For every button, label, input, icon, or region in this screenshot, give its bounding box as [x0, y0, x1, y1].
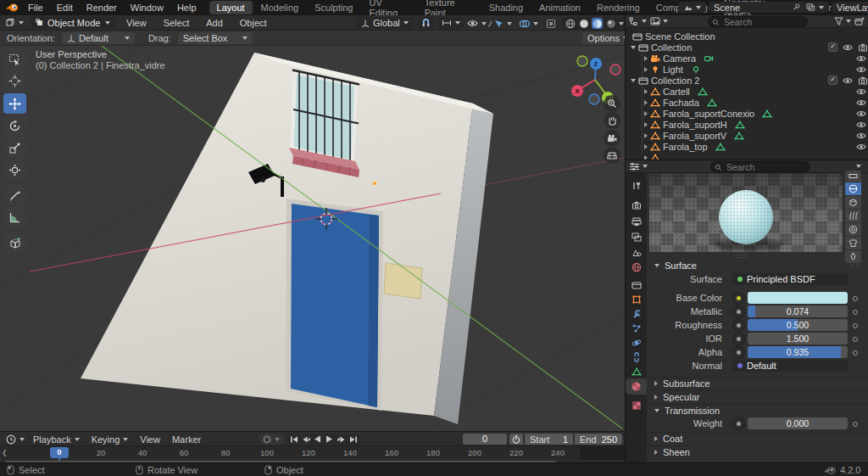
region-expand-icon[interactable]: ❮ — [2, 449, 8, 456]
outliner-row-fachada[interactable]: Fachada — [626, 97, 868, 108]
tab-world[interactable] — [626, 259, 647, 275]
surface-panel-header[interactable]: Surface :::: — [646, 259, 868, 272]
preview-sphere-button[interactable] — [845, 182, 861, 195]
play-button[interactable] — [324, 434, 335, 445]
properties-search-input[interactable] — [710, 161, 810, 172]
preview-cube-button[interactable] — [845, 196, 861, 209]
use-preview-range-toggle[interactable] — [509, 434, 523, 445]
tool-measure[interactable] — [3, 207, 26, 227]
base-color-swatch[interactable] — [748, 292, 848, 304]
workspace-tab-shading[interactable]: Shading — [481, 1, 531, 14]
metallic-socket[interactable] — [732, 305, 745, 318]
snap-toggle[interactable] — [418, 17, 434, 29]
panel-drag-grip[interactable]: :::: — [850, 261, 861, 269]
tab-material[interactable] — [626, 378, 647, 395]
outliner-editor-type-button[interactable] — [629, 17, 647, 26]
workspace-tab-modeling[interactable]: Modeling — [253, 1, 307, 14]
jump-next-keyframe-button[interactable] — [336, 434, 347, 445]
outliner-filter-button[interactable] — [834, 17, 851, 25]
tab-tool[interactable] — [626, 177, 647, 193]
jump-to-start-button[interactable] — [288, 434, 299, 445]
window-object[interactable] — [289, 70, 359, 178]
hide-eye-icon[interactable] — [843, 43, 853, 52]
pin-icon[interactable] — [793, 3, 800, 11]
tab-object-data[interactable] — [626, 363, 647, 379]
menu-file[interactable]: File — [22, 3, 49, 13]
keyframe-dot[interactable] — [853, 422, 858, 427]
preview-cloth-button[interactable] — [845, 237, 861, 249]
outliner-row-farola-suportconexio[interactable]: Farola_suportConexio — [626, 108, 868, 119]
tool-add-cube[interactable] — [3, 232, 26, 253]
tab-output[interactable] — [626, 214, 647, 230]
playhead[interactable]: 0 — [50, 447, 69, 458]
base-color-socket[interactable] — [732, 292, 745, 305]
preview-hair-button[interactable] — [845, 210, 861, 222]
viewport-3d[interactable]: User Perspective (0) Collection 2 | Fine… — [0, 46, 625, 431]
keyframe-dot[interactable] — [853, 296, 858, 301]
collection-checkbox[interactable]: ✓ — [828, 76, 837, 85]
ior-slider[interactable]: 1.500 — [748, 333, 848, 344]
material-preview[interactable] — [649, 174, 843, 252]
tool-annotate[interactable] — [3, 185, 26, 205]
metallic-slider[interactable]: 0.074 — [748, 305, 848, 317]
outliner-row-light[interactable]: Light — [626, 64, 868, 75]
tool-scale[interactable] — [3, 137, 26, 158]
surface-shader-dropdown[interactable]: Principled BSDF — [732, 273, 848, 285]
alpha-socket[interactable] — [732, 346, 745, 359]
section-transmission[interactable]: Transmission — [646, 404, 868, 417]
show-gizmo-dropdown[interactable] — [492, 18, 514, 30]
current-frame-field[interactable]: 0 — [463, 434, 507, 445]
weight-socket[interactable] — [732, 417, 745, 430]
tab-texture[interactable] — [626, 397, 647, 413]
shading-material-button[interactable] — [592, 18, 603, 29]
keyframe-dot[interactable] — [853, 350, 858, 356]
gizmo-axis-neg-z[interactable] — [589, 94, 599, 104]
outliner-row-farola-top[interactable]: Farola_top — [626, 141, 868, 152]
outliner-row-camera[interactable]: Camera — [626, 53, 868, 64]
collection-checkbox[interactable]: ✓ — [828, 42, 837, 52]
timeline-menu-playback[interactable]: Playback — [27, 434, 86, 445]
zoom-button[interactable] — [604, 95, 620, 112]
outliner-row-farola-suportv[interactable]: Farola_suportV — [626, 130, 868, 141]
shading-solid-button[interactable] — [578, 18, 589, 29]
hide-eye-icon[interactable] — [843, 76, 853, 85]
sign-plaque-object[interactable] — [384, 263, 422, 299]
snap-settings-dropdown[interactable] — [438, 17, 464, 29]
mode-dropdown[interactable]: Object Mode — [31, 17, 115, 29]
outliner-row-collection[interactable]: Collection ✓ — [626, 42, 868, 53]
expand-icon[interactable] — [644, 144, 648, 149]
editor-type-button[interactable] — [3, 17, 25, 29]
expand-icon[interactable] — [644, 133, 648, 138]
divider-outliner-properties[interactable] — [626, 160, 868, 160]
viewport-menu-view[interactable]: View — [120, 18, 153, 28]
keyframe-dot[interactable] — [853, 337, 858, 342]
viewport-menu-object[interactable]: Object — [234, 18, 273, 28]
expand-icon[interactable] — [644, 111, 648, 116]
section-specular[interactable]: Specular — [646, 390, 868, 403]
camera-view-button[interactable] — [604, 130, 620, 147]
expand-icon[interactable] — [644, 122, 648, 127]
toggle-ortho-button[interactable] — [604, 147, 620, 164]
viewport-menu-add[interactable]: Add — [200, 18, 229, 28]
workspace-tab-layout[interactable]: Layout — [209, 1, 253, 14]
section-coat[interactable]: Coat — [646, 432, 868, 445]
expand-icon[interactable] — [631, 46, 636, 49]
hide-eye-icon[interactable] — [856, 132, 866, 140]
disable-render-icon[interactable] — [858, 43, 868, 52]
expand-icon[interactable] — [644, 89, 648, 94]
hide-eye-icon[interactable] — [856, 109, 866, 118]
preview-flat-button[interactable] — [845, 171, 861, 182]
orientation-setting-dropdown[interactable]: Default — [62, 32, 135, 44]
expand-icon[interactable] — [631, 79, 636, 82]
preview-shaderball-button[interactable] — [845, 223, 861, 236]
disable-render-icon[interactable] — [858, 76, 868, 85]
jump-prev-keyframe-button[interactable] — [300, 434, 311, 445]
tab-render[interactable] — [626, 197, 647, 213]
outliner-row-farola-suporth[interactable]: Farola_suportH — [626, 119, 868, 130]
hide-eye-icon[interactable] — [856, 87, 866, 96]
timeline-editor-type-button[interactable] — [3, 434, 27, 445]
divider-vertical[interactable] — [625, 15, 626, 462]
overlays-dropdown[interactable] — [517, 18, 540, 30]
outliner-display-mode-button[interactable] — [650, 17, 668, 25]
hide-eye-icon[interactable] — [856, 120, 866, 129]
